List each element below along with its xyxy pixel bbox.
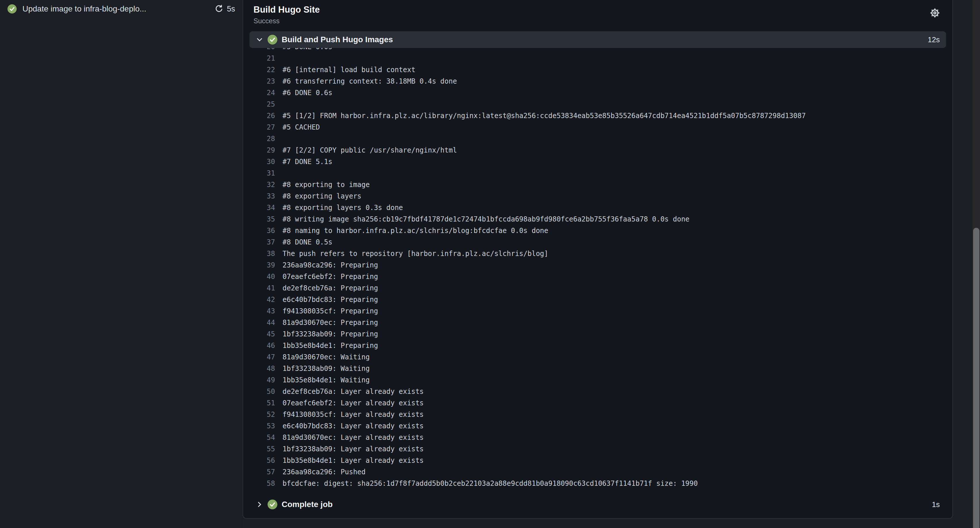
log-line: 35 #8 writing image sha256:cb19c7fbdf417… <box>243 213 952 225</box>
log-line: 56 1bb35e8b4de1: Layer already exists <box>243 455 952 466</box>
log-line-number: 38 <box>243 248 275 259</box>
log-line-text: #8 exporting to image <box>275 179 369 191</box>
log-line: 27 #5 CACHED <box>243 121 952 133</box>
gear-icon[interactable] <box>929 8 940 18</box>
step-header-build-and-push[interactable]: Build and Push Hugo Images 12s <box>250 31 946 48</box>
log-line-number: 53 <box>243 420 275 432</box>
log-line-number: 37 <box>243 237 275 248</box>
log-line-text: #5 CACHED <box>275 121 320 133</box>
log-line: 44 81a9d30670ec: Preparing <box>243 317 952 328</box>
log-line-number: 43 <box>243 305 275 317</box>
log-line-text: #8 exporting layers 0.3s done <box>275 202 403 213</box>
log-line-text <box>275 167 283 179</box>
log-line: 24 #6 DONE 0.6s <box>243 87 952 99</box>
log-line-text: 1bf33238ab09: Waiting <box>275 363 369 374</box>
log-line-number: 21 <box>243 52 275 64</box>
log-line-number: 41 <box>243 282 275 294</box>
log-line: 34 #8 exporting layers 0.3s done <box>243 202 952 213</box>
log-line-text <box>275 52 283 64</box>
log-line-text: #8 DONE 0.5s <box>275 237 332 248</box>
sidebar-job-item[interactable]: Update image to infra-blog-deplo... 5s <box>0 0 243 18</box>
log-line: 39 236aa98ca296: Preparing <box>243 259 952 271</box>
log-line: 51 07eaefc6ebf2: Layer already exists <box>243 397 952 409</box>
log-line-number: 52 <box>243 409 275 420</box>
log-line-text <box>275 133 283 145</box>
chevron-down-icon[interactable] <box>256 36 263 43</box>
log-line: 21 <box>243 52 952 64</box>
job-name: Update image to infra-blog-deplo... <box>22 4 146 13</box>
log-lines: 20 #5 DONE 0.0s 21 22 #6 [internal] load… <box>243 48 952 489</box>
log-line-number: 27 <box>243 121 275 133</box>
log-line-text: 1bb35e8b4de1: Waiting <box>275 374 369 386</box>
log-line: 28 <box>243 133 952 145</box>
log-line: 33 #8 exporting layers <box>243 191 952 202</box>
log-line: 38 The push refers to repository [harbor… <box>243 248 952 259</box>
log-line-text: #8 naming to harbor.infra.plz.ac/slchris… <box>275 225 548 237</box>
check-circle-icon <box>267 499 277 509</box>
log-line-text: de2ef8ceb76a: Preparing <box>275 282 378 294</box>
log-line-text: #5 DONE 0.0s <box>275 48 332 52</box>
log-line-text: 236aa98ca296: Pushed <box>275 466 366 478</box>
log-line: 55 1bf33238ab09: Layer already exists <box>243 443 952 455</box>
log-line-number: 35 <box>243 213 275 225</box>
log-line-number: 34 <box>243 202 275 213</box>
log-line-number: 29 <box>243 145 275 156</box>
log-line: 49 1bb35e8b4de1: Waiting <box>243 374 952 386</box>
log-line: 22 #6 [internal] load build context <box>243 64 952 76</box>
chevron-right-icon[interactable] <box>256 501 263 508</box>
log-line-text: #8 exporting layers <box>275 191 361 202</box>
log-line: 53 e6c40b7bdc83: Layer already exists <box>243 420 952 432</box>
log-line-text: #7 [2/2] COPY public /usr/share/nginx/ht… <box>275 145 457 156</box>
log-line-text: 81a9d30670ec: Layer already exists <box>275 432 423 443</box>
log-line-number: 22 <box>243 64 275 76</box>
step-header-complete-job[interactable]: Complete job 1s <box>250 496 946 513</box>
log-line-text: 236aa98ca296: Preparing <box>275 259 378 271</box>
log-line: 20 #5 DONE 0.0s <box>243 48 952 52</box>
log-line-text: 07eaefc6ebf2: Layer already exists <box>275 397 423 409</box>
log-line-number: 39 <box>243 259 275 271</box>
check-circle-icon <box>8 4 17 13</box>
log-line-number: 45 <box>243 328 275 340</box>
log-line: 26 #5 [1/2] FROM harbor.infra.plz.ac/lib… <box>243 110 952 121</box>
step-duration: 12s <box>928 35 940 44</box>
log-line: 43 f941308035cf: Preparing <box>243 305 952 317</box>
log-line-number: 48 <box>243 363 275 374</box>
log-line-number: 51 <box>243 397 275 409</box>
log-line-number: 31 <box>243 167 275 179</box>
log-line-text: 81a9d30670ec: Waiting <box>275 351 369 363</box>
log-line-number: 56 <box>243 455 275 466</box>
log-line: 31 <box>243 167 952 179</box>
refresh-icon[interactable] <box>215 5 223 13</box>
log-line: 36 #8 naming to harbor.infra.plz.ac/slch… <box>243 225 952 237</box>
log-line: 30 #7 DONE 5.1s <box>243 156 952 167</box>
log-line: 25 <box>243 99 952 110</box>
log-line-text: 1bb35e8b4de1: Preparing <box>275 340 378 351</box>
log-line-text: f941308035cf: Preparing <box>275 305 378 317</box>
log-line-number: 32 <box>243 179 275 191</box>
log-line-number: 26 <box>243 110 275 121</box>
page-scrollbar-track[interactable] <box>972 0 980 528</box>
log-line: 37 #8 DONE 0.5s <box>243 237 952 248</box>
log-line: 52 f941308035cf: Layer already exists <box>243 409 952 420</box>
page-scrollbar-thumb[interactable] <box>973 228 979 528</box>
job-header: Build Hugo Site Success <box>243 0 952 31</box>
log-line: 29 #7 [2/2] COPY public /usr/share/nginx… <box>243 145 952 156</box>
log-line: 46 1bb35e8b4de1: Preparing <box>243 340 952 351</box>
log-line-number: 46 <box>243 340 275 351</box>
log-line: 41 de2ef8ceb76a: Preparing <box>243 282 952 294</box>
log-line-text: 07eaefc6ebf2: Preparing <box>275 271 378 282</box>
log-line-number: 49 <box>243 374 275 386</box>
status-text: Success <box>253 17 942 25</box>
log-line: 58 bfcdcfae: digest: sha256:1d7f8f7addd5… <box>243 478 952 489</box>
log-line-number: 47 <box>243 351 275 363</box>
log-line-text: The push refers to repository [harbor.in… <box>275 248 548 259</box>
log-viewport[interactable]: 20 #5 DONE 0.0s 21 22 #6 [internal] load… <box>243 48 952 489</box>
log-line-text <box>275 99 283 110</box>
job-log-panel: Build Hugo Site Success Build and Push H… <box>243 0 953 519</box>
log-line: 23 #6 transferring context: 38.18MB 0.4s… <box>243 76 952 87</box>
log-line-number: 30 <box>243 156 275 167</box>
log-line-text: #6 DONE 0.6s <box>275 87 332 99</box>
log-line-number: 58 <box>243 478 275 489</box>
log-line-number: 50 <box>243 386 275 397</box>
step-duration: 1s <box>932 500 940 509</box>
